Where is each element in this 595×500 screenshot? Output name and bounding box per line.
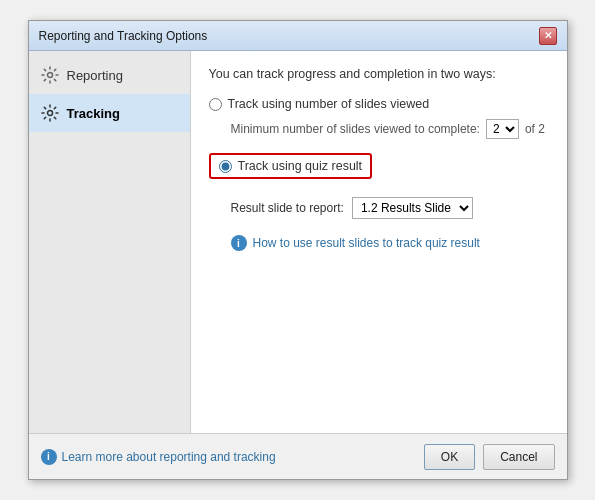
track-slides-option: Track using number of slides viewed [209, 97, 549, 111]
sidebar: Reporting Tracking [29, 51, 191, 433]
result-slide-row: Result slide to report: 1.2 Results Slid… [231, 197, 549, 219]
result-slide-select[interactable]: 1.2 Results Slide [352, 197, 473, 219]
main-content: You can track progress and completion in… [191, 51, 567, 433]
track-quiz-box: Track using quiz result [209, 153, 373, 179]
learn-more-link[interactable]: i Learn more about reporting and trackin… [41, 449, 276, 465]
description-text: You can track progress and completion in… [209, 67, 549, 81]
ok-button[interactable]: OK [424, 444, 475, 470]
sidebar-item-reporting[interactable]: Reporting [29, 56, 190, 94]
sidebar-item-tracking[interactable]: Tracking [29, 94, 190, 132]
gear-icon-tracking [41, 104, 59, 122]
min-slides-label: Minimum number of slides viewed to compl… [231, 122, 480, 136]
track-quiz-label[interactable]: Track using quiz result [238, 159, 363, 173]
dialog-titlebar: Reporting and Tracking Options ✕ [29, 21, 567, 51]
track-slides-label[interactable]: Track using number of slides viewed [228, 97, 430, 111]
footer-info-icon: i [41, 449, 57, 465]
close-button[interactable]: ✕ [539, 27, 557, 45]
dialog-body: Reporting Tracking You can track progres… [29, 51, 567, 433]
slides-count-suffix: of 2 [525, 122, 545, 136]
slides-sub-option: Minimum number of slides viewed to compl… [231, 119, 549, 139]
track-slides-radio[interactable] [209, 98, 222, 111]
track-quiz-wrapper: Track using quiz result [209, 153, 549, 189]
dialog-window: Reporting and Tracking Options ✕ Reporti… [28, 20, 568, 480]
svg-point-0 [47, 73, 52, 78]
svg-point-1 [47, 111, 52, 116]
slides-count-dropdown[interactable]: 2 1 [486, 119, 519, 139]
learn-more-text: Learn more about reporting and tracking [62, 450, 276, 464]
dialog-title: Reporting and Tracking Options [39, 29, 208, 43]
help-link-row: i How to use result slides to track quiz… [231, 235, 549, 251]
sidebar-item-tracking-label: Tracking [67, 106, 120, 121]
slides-count-select[interactable]: 2 1 [487, 120, 518, 138]
dialog-footer: i Learn more about reporting and trackin… [29, 433, 567, 479]
cancel-button[interactable]: Cancel [483, 444, 554, 470]
footer-buttons: OK Cancel [424, 444, 555, 470]
result-slide-label: Result slide to report: [231, 201, 344, 215]
gear-icon-reporting [41, 66, 59, 84]
sidebar-item-reporting-label: Reporting [67, 68, 123, 83]
help-link[interactable]: How to use result slides to track quiz r… [253, 236, 480, 250]
info-icon: i [231, 235, 247, 251]
track-quiz-radio[interactable] [219, 160, 232, 173]
